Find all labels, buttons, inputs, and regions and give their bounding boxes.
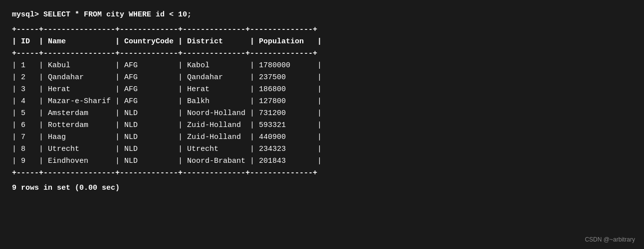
table-row: | 5 | Amsterdam | NLD | Noord-Holland | …: [12, 108, 632, 120]
table-row: | 6 | Rotterdam | NLD | Zuid-Holland | 5…: [12, 120, 632, 131]
top-divider: +-----+----------------+-------------+--…: [12, 24, 632, 36]
sql-query: mysql> SELECT * FROM city WHERE id < 10;: [12, 9, 632, 21]
table-body: | 1 | Kabul | AFG | Kabol | 1780000 || 2…: [12, 60, 632, 167]
terminal-output: mysql> SELECT * FROM city WHERE id < 10;…: [12, 9, 632, 194]
table-row: | 9 | Eindhoven | NLD | Noord-Brabant | …: [12, 155, 632, 167]
table-header: | ID | Name | CountryCode | District | P…: [12, 36, 632, 48]
table-row: | 2 | Qandahar | AFG | Qandahar | 237500…: [12, 72, 632, 84]
table-row: | 4 | Mazar-e-Sharif | AFG | Balkh | 127…: [12, 96, 632, 108]
header-divider: +-----+----------------+-------------+--…: [12, 48, 632, 60]
table-row: | 7 | Haag | NLD | Zuid-Holland | 440900…: [12, 131, 632, 143]
bottom-divider: +-----+----------------+-------------+--…: [12, 167, 632, 179]
result-footer: 9 rows in set (0.00 sec): [12, 182, 632, 194]
table-row: | 3 | Herat | AFG | Herat | 186800 |: [12, 84, 632, 96]
table-row: | 1 | Kabul | AFG | Kabol | 1780000 |: [12, 60, 632, 72]
table-row: | 8 | Utrecht | NLD | Utrecht | 234323 |: [12, 143, 632, 155]
watermark: CSDN @~arbitrary: [585, 236, 635, 243]
